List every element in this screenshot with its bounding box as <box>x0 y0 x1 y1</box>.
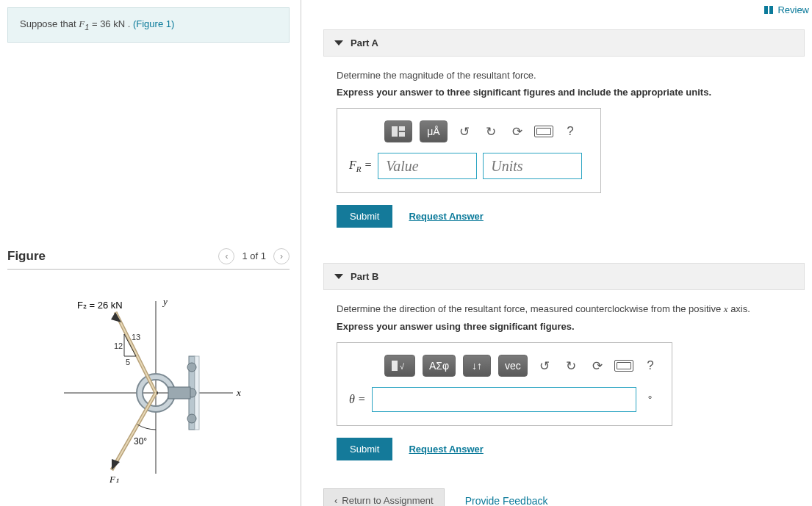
value-input[interactable] <box>378 153 477 179</box>
part-a-instruction: Determine the magnitude of the resultant… <box>337 70 799 81</box>
submit-button-b[interactable]: Submit <box>337 438 392 460</box>
request-answer-b[interactable]: Request Answer <box>409 444 483 455</box>
submit-button-a[interactable]: Submit <box>337 205 392 228</box>
part-a-answer-panel: μÅ ↺ ↻ ⟳ ? FR = <box>337 108 601 193</box>
keyboard-button[interactable] <box>614 355 633 377</box>
part-b-bold: Express your answer using three signific… <box>337 321 799 332</box>
figure-link[interactable]: (Figure 1) <box>133 18 174 29</box>
pager-prev-button[interactable]: ‹ <box>218 248 234 264</box>
review-label: Review <box>777 4 809 15</box>
pager-text: 1 of 1 <box>242 250 266 261</box>
fr-label: FR = <box>349 159 372 173</box>
figure-header: Figure ‹ 1 of 1 › <box>7 248 290 270</box>
help-button[interactable]: ? <box>641 355 660 377</box>
y-axis-label: y <box>162 296 168 307</box>
problem-eq: = 36 kN . <box>92 18 133 29</box>
problem-text-prefix: Suppose that <box>20 18 79 29</box>
review-icon <box>764 6 773 14</box>
help-button[interactable]: ? <box>561 120 580 142</box>
pager-next-button[interactable]: › <box>273 248 290 264</box>
part-a-title: Part A <box>351 37 378 48</box>
f2-label: F₂ = 26 kN <box>77 300 123 311</box>
theta-label: θ = <box>349 393 366 406</box>
triangle-13: 13 <box>132 333 140 341</box>
svg-text:√: √ <box>400 362 405 371</box>
keyboard-button[interactable] <box>534 120 553 142</box>
svg-rect-20 <box>392 126 398 137</box>
vec-button[interactable]: vec <box>498 355 528 377</box>
provide-feedback-link[interactable]: Provide Feedback <box>465 495 548 507</box>
undo-button[interactable]: ↺ <box>535 355 554 377</box>
keyboard-icon <box>614 360 633 372</box>
angle-label: 30° <box>134 436 147 447</box>
problem-var: F <box>79 18 85 29</box>
keyboard-icon <box>534 126 553 137</box>
part-b-title: Part B <box>351 271 378 282</box>
review-link[interactable]: Review <box>764 4 809 15</box>
reset-button[interactable]: ⟳ <box>508 120 527 142</box>
figure-title: Figure <box>7 249 46 264</box>
degree-symbol: ° <box>648 394 653 405</box>
svg-rect-22 <box>399 132 405 137</box>
svg-line-12 <box>115 312 156 393</box>
units-input[interactable] <box>483 153 582 179</box>
svg-point-6 <box>187 414 196 423</box>
figure-diagram: y x 12 13 5 <box>42 283 255 488</box>
svg-point-4 <box>187 363 196 372</box>
triangle-5: 5 <box>126 358 130 366</box>
reset-button[interactable]: ⟳ <box>588 355 607 377</box>
svg-rect-9 <box>168 387 190 399</box>
part-a-bold: Express your answer to three significant… <box>337 87 799 98</box>
figure-pager: ‹ 1 of 1 › <box>218 248 290 264</box>
part-b-header[interactable]: Part B <box>323 263 805 290</box>
part-a-header[interactable]: Part A <box>323 29 805 57</box>
return-button[interactable]: ‹ Return to Assignment <box>323 488 445 506</box>
disclosure-icon <box>334 274 343 279</box>
template-button[interactable]: √ <box>384 355 415 377</box>
request-answer-a[interactable]: Request Answer <box>409 211 483 222</box>
theta-input[interactable] <box>372 387 636 412</box>
svg-rect-23 <box>392 361 398 371</box>
triangle-12: 12 <box>114 341 123 350</box>
redo-button[interactable]: ↻ <box>481 120 500 142</box>
return-label: Return to Assignment <box>342 495 433 506</box>
sub-sup-button[interactable]: ↓↑ <box>463 355 491 377</box>
chevron-left-icon: ‹ <box>334 495 337 506</box>
problem-var-sub: 1 <box>85 23 89 32</box>
part-b-instruction: Determine the direction of the resultant… <box>337 303 799 315</box>
problem-statement: Suppose that F1 = 36 kN . (Figure 1) <box>7 7 290 43</box>
svg-line-18 <box>112 393 156 470</box>
greek-button[interactable]: ΑΣφ <box>423 355 456 377</box>
svg-rect-21 <box>399 126 405 131</box>
redo-button[interactable]: ↻ <box>561 355 581 377</box>
part-b-answer-panel: √ ΑΣφ ↓↑ vec ↺ ↻ ⟳ ? θ = ° <box>337 342 672 426</box>
disclosure-icon <box>334 40 343 46</box>
undo-button[interactable]: ↺ <box>455 120 474 142</box>
units-button[interactable]: μÅ <box>420 120 448 142</box>
template-button[interactable] <box>384 120 412 142</box>
x-axis-label: x <box>236 387 241 398</box>
f1-label: F₁ <box>109 474 119 485</box>
